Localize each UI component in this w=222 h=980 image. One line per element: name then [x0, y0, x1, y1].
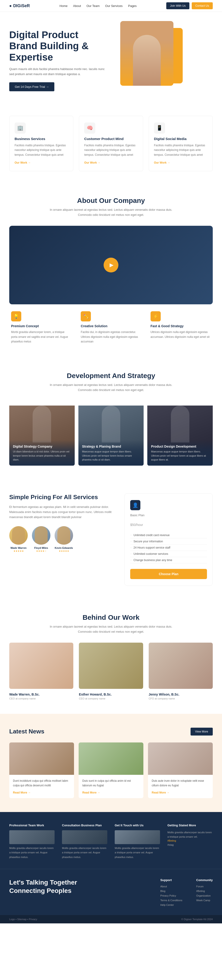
feature-title-0: Premium Concept	[11, 324, 72, 328]
join-button[interactable]: Join With Us	[166, 2, 189, 9]
support-link-terms[interactable]: Terms & Conditions	[160, 899, 182, 902]
service-icon-1: 🧠	[84, 123, 95, 134]
avatar-body-0	[12, 526, 25, 545]
footer-copyright: Logo • Sitemap • Privacy	[9, 918, 37, 921]
footer-grid: Professional Team Work Mollis gravida ul…	[9, 824, 213, 860]
support-title: Support	[160, 878, 182, 882]
footer-links-bottom: Support About Blog Privacy Policy Terms …	[160, 878, 213, 908]
brand-logo[interactable]: ● DIGiSeR	[9, 3, 30, 8]
work-member-name-0: Wade Warren, B.Sc.	[9, 692, 73, 696]
dev-grid: Digital Strategy Company Ut diam bibendu…	[9, 401, 213, 466]
work-member-title-0: CEO at company name	[9, 697, 73, 700]
news-read-1[interactable]: Read More →	[82, 791, 100, 794]
service-icon-0: 🏢	[14, 123, 26, 134]
news-read-2[interactable]: Read More →	[152, 791, 169, 794]
plan-features: Unlimited credit card revenue Secure you…	[130, 532, 207, 563]
feature-desc-0: Morbi gravida ullamcorper lorem, a trist…	[11, 330, 72, 344]
footer-col-3: Getting Stated More Mollis gravida ullam…	[168, 824, 213, 860]
work-subtitle: In ornare aliquam laoreet at egestas lec…	[46, 624, 176, 634]
hero-image	[120, 25, 213, 95]
feature-title-1: Creative Solution	[81, 324, 141, 328]
footer-col-title-3: Getting Stated More	[168, 824, 213, 827]
contact-button[interactable]: Contact Us	[192, 2, 213, 9]
about-features: 💡 Premium Concept Morbi gravida ullamcor…	[9, 311, 213, 344]
work-member-name-1: Esther Howard, B.Sc.	[79, 692, 143, 696]
services-grid: 🏢 Business Services Facilisis mattis pha…	[9, 116, 213, 171]
footer-col-text-3: Mollis gravida ullamcorper iaculis lorem…	[168, 830, 213, 840]
service-desc-2: Facilisis mattis pharetra tristique. Ege…	[154, 143, 208, 157]
nav-home[interactable]: Home	[59, 4, 67, 8]
nav-about[interactable]: About	[73, 4, 81, 8]
footer-support-col: Support About Blog Privacy Policy Terms …	[160, 878, 182, 908]
member-rating-1: ★★★★☆	[32, 550, 50, 552]
footer-link-0[interactable]: #Beting	[168, 839, 213, 842]
news-img-0	[9, 743, 74, 775]
avatar-body-2	[57, 526, 70, 545]
service-link-1[interactable]: Our Work →	[84, 161, 101, 164]
nav-services[interactable]: Our Services	[105, 4, 123, 8]
plan-feature-0: Unlimited credit card revenue	[130, 532, 207, 538]
service-title-0: Business Services	[14, 137, 68, 141]
hero-description: Quam mauris elit duis facilisi pharetra …	[9, 67, 106, 77]
footer-col-text-0: Mollis gravida ullamcorper iaculis lorem…	[9, 846, 54, 860]
plan-feature-3: Unlimited customer services	[130, 551, 207, 557]
community-link-beting[interactable]: #Beting	[196, 890, 213, 892]
work-grid: Wade Warren, B.Sc. CEO at company name E…	[9, 643, 213, 700]
community-link-forum[interactable]: Forum	[196, 885, 213, 888]
nav-pages[interactable]: Pages	[128, 4, 137, 8]
feature-2: ⚡ Fast & Good Strategy Ultrices dignissi…	[149, 311, 213, 344]
footer-link-1[interactable]: #stag	[168, 843, 213, 846]
news-text-1: Duis sunt in culpa qui officia anim id e…	[82, 778, 140, 788]
support-link-privacy[interactable]: Privacy Policy	[160, 894, 182, 897]
hero-figure	[120, 25, 183, 88]
community-link-org[interactable]: Organization	[196, 894, 213, 897]
pricing-section: Simple Pricing For All Services Et ferme…	[0, 479, 222, 600]
cta-button[interactable]: Get 14 Days Free Trial →	[9, 82, 54, 91]
member-name-2: Kevin Edwards	[54, 547, 73, 549]
footer-col-title-2: Get It Touch with Us	[115, 824, 160, 827]
support-link-about[interactable]: About	[160, 885, 182, 888]
avatar-2	[54, 526, 73, 545]
team-member-2: Kevin Edwards ★★★★★	[54, 526, 73, 552]
feature-desc-2: Ultrices dignissim nulla eget dignissim …	[150, 330, 211, 339]
hero-person-image	[120, 21, 173, 86]
hero-section: Digital Product Brand Building & Experti…	[0, 12, 222, 104]
play-button[interactable]	[104, 258, 118, 272]
dev-card-2: Product Design Development Maecenas augu…	[147, 401, 213, 466]
work-title: Behind Our Work	[9, 614, 213, 621]
news-title: Latest News	[9, 728, 45, 735]
support-link-help[interactable]: Help Center	[160, 904, 182, 906]
news-header: Latest News View More	[9, 728, 213, 735]
footer-col-title-1: Consultation Business Plan	[62, 824, 107, 827]
support-link-blog[interactable]: Blog	[160, 890, 182, 892]
view-more-button[interactable]: View More	[190, 728, 213, 735]
dev-card-desc-1: Maecenas augue augue tempor diam libero.…	[82, 450, 140, 462]
team-avatars: Wade Warren ★★★★★ Floyd Miles ★★★★☆ Kevi…	[9, 526, 115, 552]
dev-title: Development And Strategy	[9, 372, 213, 380]
news-read-0[interactable]: Read More →	[13, 791, 31, 794]
footer-col-1: Consultation Business Plan Mollis gravid…	[62, 824, 107, 860]
avatar-1	[32, 526, 50, 545]
work-card-1: Esther Howard, B.Sc. CEO at company name	[79, 643, 143, 700]
dev-card-title-1: Strategy & Planing Brand	[82, 445, 140, 448]
feature-icon-2: ⚡	[150, 311, 161, 321]
plan-name: Basic Plan	[130, 514, 207, 517]
choose-plan-button[interactable]: Choose Plan	[130, 569, 207, 579]
team-member-1: Floyd Miles ★★★★☆	[32, 526, 50, 552]
service-title-1: Customer Product Mind	[84, 137, 137, 141]
team-member-0: Wade Warren ★★★★★	[9, 526, 28, 552]
dev-card-title-0: Digital Strategy Company	[13, 445, 71, 448]
footer-bottom: Let's Talking Together Connecting People…	[0, 869, 222, 915]
service-link-2[interactable]: Our Work →	[154, 161, 170, 164]
community-title: Community	[196, 878, 213, 882]
dev-subtitle: In ornare aliquam laoreet at egestas lec…	[46, 382, 176, 393]
dev-card-0: Digital Strategy Company Ut diam bibendu…	[9, 401, 75, 466]
person-body	[133, 35, 161, 86]
community-link-camp[interactable]: Week Camp	[196, 899, 213, 902]
footer-top: Professional Team Work Mollis gravida ul…	[0, 812, 222, 869]
avatar-body-1	[35, 526, 48, 545]
nav-team[interactable]: Our Team	[86, 4, 100, 8]
service-link-0[interactable]: Our Work →	[14, 161, 31, 164]
work-card-2: Jenny Wilson, B.Sc. CFO at company name	[149, 643, 213, 700]
plan-feature-1: Secure your information	[130, 538, 207, 545]
